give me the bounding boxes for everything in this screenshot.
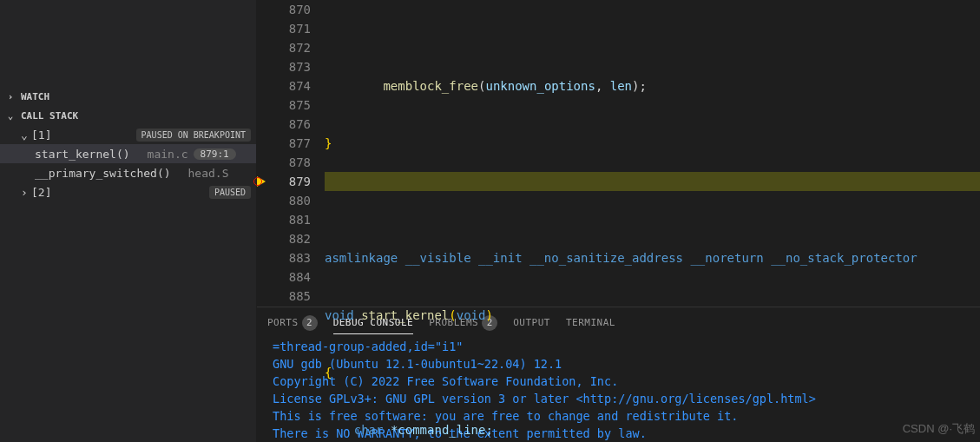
frame-fn-label: __primary_switched()	[35, 167, 171, 180]
chevron-down-icon: ⌄	[3, 110, 17, 122]
code-content[interactable]: memblock_free(unknown_options, len); } a…	[325, 0, 980, 307]
main-area: 870 871 872 873 874 875 876 877 878 879 …	[257, 0, 980, 442]
chevron-down-icon: ⌄	[17, 129, 31, 142]
code-line: void start_kernel(void)	[325, 306, 980, 325]
watch-section-label: WATCH	[21, 91, 49, 102]
code-line: {	[325, 363, 980, 382]
code-editor[interactable]: 870 871 872 873 874 875 876 877 878 879 …	[257, 0, 980, 307]
watermark-text: CSDN @·飞鹤	[903, 421, 975, 437]
code-line: asmlinkage __visible __init __no_sanitiz…	[325, 248, 980, 267]
line-number: 871	[273, 19, 311, 38]
callstack-thread-2[interactable]: › [2] PAUSED	[0, 182, 256, 201]
tab-ports[interactable]: PORTS 2	[267, 315, 318, 331]
line-number: 881	[273, 210, 311, 229]
thread-state-badge: PAUSED ON BREAKPOINT	[136, 129, 251, 142]
chevron-right-icon: ›	[17, 186, 31, 199]
line-number: 875	[273, 96, 311, 115]
frame-fn-label: start_kernel()	[35, 148, 130, 161]
line-number: 882	[273, 229, 311, 248]
breakpoint-current-icon	[257, 176, 266, 187]
sidebar-spacer	[0, 0, 256, 87]
line-number: 879	[273, 172, 311, 191]
line-number: 880	[273, 191, 311, 210]
frame-pos-badge: 879:1	[194, 148, 236, 160]
code-line: }	[325, 134, 980, 153]
current-line-highlight	[325, 172, 980, 191]
frame-file-label: main.c	[148, 148, 188, 161]
frame-file-label: head.S	[188, 167, 229, 180]
line-number: 883	[273, 248, 311, 267]
line-number: 874	[273, 76, 311, 96]
thread-state-badge: PAUSED	[209, 186, 251, 199]
callstack-section-header[interactable]: ⌄ CALL STACK	[0, 106, 256, 125]
code-line	[325, 191, 980, 210]
thread-label: [2]	[31, 186, 51, 199]
line-number: 877	[273, 134, 311, 153]
line-number: 872	[273, 38, 311, 57]
glyph-margin	[257, 0, 273, 307]
line-number-gutter: 870 871 872 873 874 875 876 877 878 879 …	[273, 0, 325, 307]
line-number: 878	[273, 153, 311, 172]
callstack-section-label: CALL STACK	[21, 110, 78, 122]
watch-section-header[interactable]: › WATCH	[0, 87, 256, 106]
ports-count-badge: 2	[302, 315, 318, 331]
thread-label: [1]	[31, 129, 51, 142]
callstack-frame-primary-switched[interactable]: __primary_switched() head.S	[0, 163, 256, 182]
code-line: char *command_line;	[325, 420, 980, 439]
line-number: 873	[273, 57, 311, 76]
line-number: 870	[273, 0, 311, 19]
callstack-thread-1[interactable]: ⌄ [1] PAUSED ON BREAKPOINT	[0, 125, 256, 144]
line-number: 876	[273, 115, 311, 134]
code-line: memblock_free(unknown_options, len);	[325, 76, 980, 96]
debug-sidebar: › WATCH ⌄ CALL STACK ⌄ [1] PAUSED ON BRE…	[0, 0, 257, 442]
chevron-right-icon: ›	[3, 91, 17, 102]
line-number: 884	[273, 267, 311, 287]
callstack-frame-start-kernel[interactable]: start_kernel() main.c 879:1	[0, 144, 256, 163]
line-number: 885	[273, 287, 311, 306]
